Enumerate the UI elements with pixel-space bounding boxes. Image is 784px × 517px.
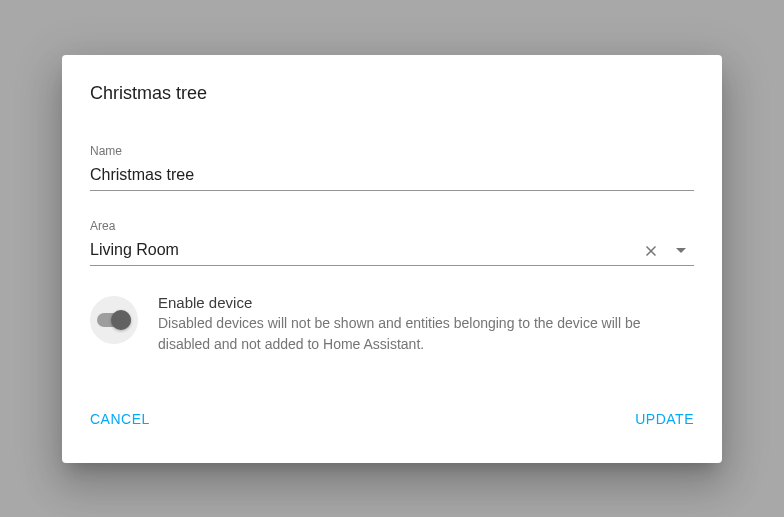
toggle-text: Enable device Disabled devices will not … [158, 294, 694, 355]
toggle-circle [90, 296, 138, 344]
switch-thumb [111, 310, 131, 330]
dialog-actions: CANCEL UPDATE [90, 403, 694, 435]
device-settings-dialog: Christmas tree Name Area [62, 55, 722, 463]
dialog-title: Christmas tree [90, 83, 694, 104]
enable-device-toggle[interactable] [97, 313, 131, 327]
name-field: Name [90, 144, 694, 191]
name-input-wrap [90, 162, 694, 191]
name-label: Name [90, 144, 694, 158]
toggle-title: Enable device [158, 294, 694, 311]
area-input-wrap [90, 237, 694, 266]
update-button[interactable]: UPDATE [635, 403, 694, 435]
clear-icon[interactable] [642, 242, 660, 260]
area-actions [642, 242, 694, 260]
toggle-description: Disabled devices will not be shown and e… [158, 313, 694, 355]
area-input[interactable] [90, 237, 642, 265]
dropdown-icon[interactable] [672, 242, 690, 260]
enable-device-row: Enable device Disabled devices will not … [90, 294, 694, 355]
name-input[interactable] [90, 162, 694, 190]
area-label: Area [90, 219, 694, 233]
cancel-button[interactable]: CANCEL [90, 403, 150, 435]
area-field: Area [90, 219, 694, 266]
